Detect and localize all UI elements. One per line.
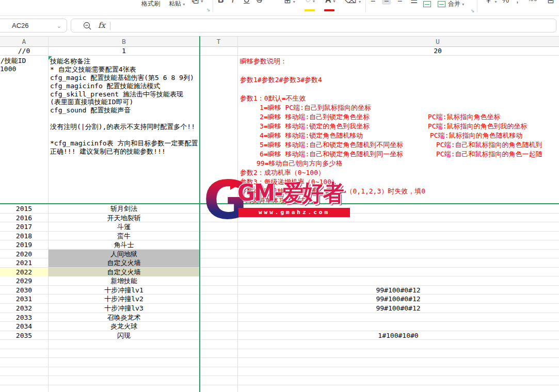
- font-color-button[interactable]: A ▾: [325, 0, 335, 5]
- empty-row[interactable]: [0, 367, 559, 377]
- column-header-a[interactable]: A: [0, 37, 48, 47]
- more-format-button[interactable]: ⊟: [547, 0, 554, 5]
- skill-param-cell[interactable]: [237, 204, 559, 213]
- column-header-b[interactable]: B: [48, 37, 200, 47]
- comma-format-button[interactable]: ,: [516, 0, 518, 5]
- skill-param-cell[interactable]: [237, 322, 559, 331]
- skill-id-cell[interactable]: 2034: [0, 322, 48, 331]
- skill-name-cell[interactable]: 自定义火墙: [48, 258, 200, 267]
- format-painter-button[interactable]: 格式刷: [141, 0, 160, 8]
- align-top-button[interactable]: ≡: [371, 0, 375, 5]
- skill-id-cell[interactable]: 2015: [0, 204, 48, 213]
- merge-button[interactable]: 合并 ▾: [448, 0, 464, 8]
- skill-id-cell[interactable]: 2021: [0, 258, 48, 267]
- skill-param-cell[interactable]: [237, 268, 559, 276]
- percent-format-button[interactable]: %: [502, 0, 509, 5]
- align-bottom-button[interactable]: ≡: [397, 0, 402, 5]
- underline-button[interactable]: U: [244, 0, 250, 5]
- skill-id-cell[interactable]: 2020: [0, 250, 48, 258]
- table-row: 2021自定义火墙: [0, 258, 559, 268]
- skill-name-cell[interactable]: 新增技能: [48, 276, 200, 285]
- skill-id-cell[interactable]: 2019: [0, 240, 48, 249]
- dialog-launcher-icon[interactable]: ⇘: [471, 8, 475, 13]
- fill-color-button[interactable]: ◌ ▾: [306, 0, 315, 5]
- currency-format-button[interactable]: ￥ ▾: [484, 0, 497, 6]
- dialog-launcher-icon[interactable]: ⇘: [206, 7, 211, 12]
- skill-param-cell[interactable]: 99#100#0#12: [237, 304, 559, 313]
- strikethrough-button[interactable]: S: [257, 0, 262, 5]
- skill-id-cell[interactable]: 2029: [0, 276, 48, 285]
- skill-param-cell[interactable]: [237, 214, 559, 222]
- skill-name-cell[interactable]: 召唤炎龙术: [48, 313, 200, 322]
- borders-button[interactable]: ⊞ ▾: [284, 0, 295, 5]
- notes-line: (表里面直接填技能ID即可): [50, 98, 199, 106]
- italic-button[interactable]: I: [232, 0, 234, 5]
- skill-param-cell[interactable]: [237, 313, 559, 322]
- chevron-down-icon: ▾: [201, 0, 203, 4]
- skill-name-cell[interactable]: 炎龙火球: [48, 322, 200, 331]
- cell-b2-skill-notes[interactable]: 技能名称备注* 自定义技能需要配置4张表cfg_magic 配置技能基础伤害(第…: [50, 57, 199, 156]
- skill-param-cell[interactable]: 1#100#10#0: [237, 331, 559, 340]
- notes-line: cfg_magic 配置技能基础伤害(第5 6 8 9列): [50, 74, 199, 82]
- skill-name-cell[interactable]: 斗篷: [48, 222, 200, 231]
- skill-id-cell[interactable]: 2022: [0, 268, 48, 276]
- clipboard-icon[interactable]: ⎘ ▾: [192, 0, 203, 5]
- skill-name-cell[interactable]: 闪现: [48, 331, 200, 340]
- skill-name-cell[interactable]: 自定义火墙: [48, 268, 200, 276]
- bold-button[interactable]: B: [218, 0, 224, 5]
- skill-name-cell[interactable]: 角斗士: [48, 240, 200, 249]
- skill-id-cell[interactable]: 2031: [0, 295, 48, 303]
- empty-row[interactable]: [0, 385, 559, 392]
- cell-a1[interactable]: //0: [0, 47, 48, 55]
- skill-id-cell[interactable]: 2018: [0, 232, 48, 240]
- empty-row[interactable]: [0, 349, 559, 358]
- skill-param-cell[interactable]: [237, 276, 559, 285]
- font-color-swatch: [324, 9, 334, 11]
- column-header-t[interactable]: T: [200, 37, 237, 47]
- skill-id-cell[interactable]: 2016: [0, 214, 48, 222]
- skill-name-cell[interactable]: 人间地狱: [48, 250, 200, 258]
- skill-param-cell[interactable]: 99#100#0#12: [237, 286, 559, 295]
- toolbar-divider: [477, 0, 477, 12]
- skill-name-cell[interactable]: 十步冲撞lv2: [48, 295, 200, 303]
- cell-a2-skill-id[interactable]: //技能ID 1000: [0, 57, 48, 73]
- cell-reference-box[interactable]: AC26 ⌄: [0, 19, 67, 32]
- teleport-note-line: 参数1：0默认=不生效: [240, 94, 559, 103]
- skill-param-cell[interactable]: [237, 232, 559, 240]
- empty-row[interactable]: [0, 340, 559, 349]
- skill-name-cell[interactable]: 斩月剑法: [48, 204, 200, 213]
- skill-param-cell[interactable]: [237, 250, 559, 258]
- merge-cells-icon[interactable]: [438, 1, 445, 7]
- skill-id-cell[interactable]: 2032: [0, 304, 48, 313]
- paste-button[interactable]: 粘贴 ▾: [169, 0, 185, 8]
- freeze-pane-horizontal-line: [0, 203, 559, 204]
- skill-param-cell[interactable]: [237, 240, 559, 249]
- cell-u2-teleport-notes[interactable]: 瞬移参数说明：参数1#参数2#参数3#参数4参数1：0默认=不生效1=瞬移 PC…: [240, 57, 559, 205]
- skill-param-cell[interactable]: [237, 222, 559, 231]
- zoom-out-icon[interactable]: [83, 22, 92, 30]
- empty-row[interactable]: [0, 376, 559, 385]
- skill-id-cell[interactable]: 2017: [0, 222, 48, 231]
- wrap-text-icon[interactable]: [423, 1, 431, 7]
- empty-row[interactable]: [0, 358, 559, 367]
- align-middle-button[interactable]: ≡: [382, 0, 391, 5]
- skill-param-cell[interactable]: [237, 258, 559, 267]
- notes-line: cfg_magicinfo 配置技能施法模式: [50, 82, 199, 90]
- skill-id-cell[interactable]: 2030: [0, 286, 48, 295]
- skill-name-cell[interactable]: 蛮牛: [48, 232, 200, 240]
- formula-input[interactable]: fx: [71, 19, 556, 32]
- skill-name-cell[interactable]: 开天地裂斩: [48, 214, 200, 222]
- decimal-format-button[interactable]: .00: [529, 0, 537, 3]
- skill-id-cell[interactable]: 2035: [0, 331, 48, 340]
- skill-param-cell[interactable]: 99#100#0#12: [237, 295, 559, 303]
- cell-b1[interactable]: 1: [48, 47, 200, 55]
- justify-button[interactable]: ☰: [410, 0, 418, 5]
- skill-id-cell[interactable]: 2033: [0, 313, 48, 322]
- clear-format-button[interactable]: ⌫ ▾: [345, 0, 361, 5]
- table-row: 2034炎龙火球: [0, 322, 559, 331]
- skill-name-cell[interactable]: 十步冲撞lv3: [48, 304, 200, 313]
- fx-icon[interactable]: fx: [98, 21, 105, 30]
- skill-name-cell[interactable]: 十步冲撞lv1: [48, 286, 200, 295]
- cell-u1[interactable]: 20: [237, 47, 559, 55]
- column-header-u[interactable]: U: [237, 37, 559, 47]
